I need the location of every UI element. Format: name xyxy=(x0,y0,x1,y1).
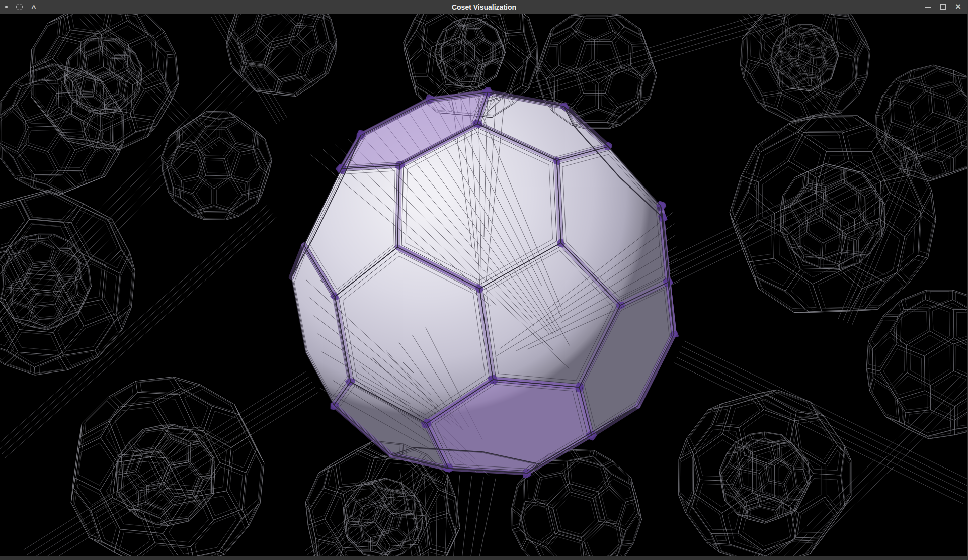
titlebar-left-controls: ^ xyxy=(5,0,36,14)
minimize-icon xyxy=(925,7,931,8)
app-window: ^ Coset Visualization × xyxy=(0,0,968,560)
minimize-button[interactable] xyxy=(925,7,931,8)
window-title: Coset Visualization xyxy=(452,3,516,11)
maximize-button[interactable] xyxy=(940,4,946,10)
app-circle-icon[interactable] xyxy=(16,4,23,10)
close-button[interactable]: × xyxy=(955,2,961,12)
titlebar-right-controls: × xyxy=(925,0,961,14)
viewport-canvas[interactable] xyxy=(0,14,968,556)
close-icon: × xyxy=(955,2,961,11)
maximize-icon xyxy=(940,4,946,10)
window-bottom-border[interactable] xyxy=(0,556,968,560)
titlebar[interactable]: ^ Coset Visualization × xyxy=(0,0,968,14)
app-chevron-up-icon[interactable]: ^ xyxy=(31,4,36,13)
app-dot-icon[interactable] xyxy=(5,6,8,8)
